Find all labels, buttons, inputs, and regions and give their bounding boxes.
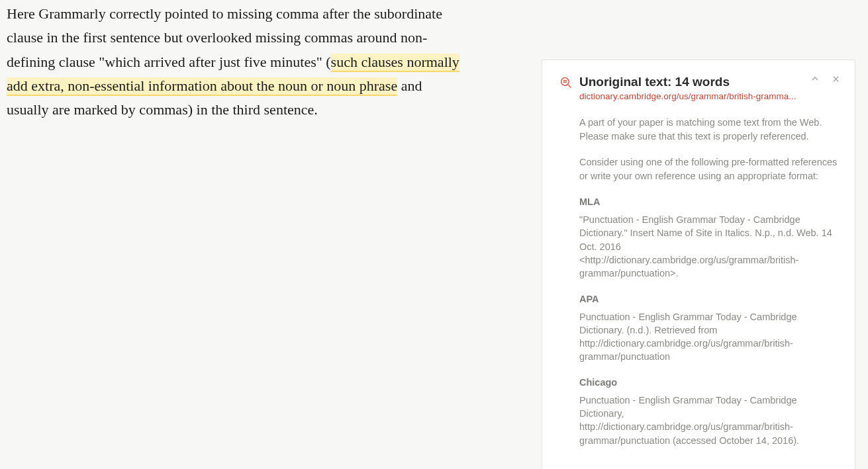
mla-label: MLA (579, 195, 838, 209)
close-button[interactable] (831, 73, 840, 85)
plagiarism-card: Unoriginal text: 14 words dictionary.cam… (542, 60, 855, 469)
mla-reference: "Punctuation - English Grammar Today - C… (579, 213, 838, 280)
close-icon (832, 75, 839, 82)
chicago-reference: Punctuation - English Grammar Today - Ca… (579, 394, 838, 447)
svg-point-0 (561, 78, 569, 86)
card-header: Unoriginal text: 14 words dictionary.cam… (559, 75, 838, 101)
magnifier-icon (559, 76, 573, 89)
chevron-up-icon (811, 75, 818, 81)
chicago-label: Chicago (579, 376, 838, 390)
intro-paragraph-2: Consider using one of the following pre-… (579, 155, 838, 183)
card-source-link[interactable]: dictionary.cambridge.org/us/grammar/brit… (579, 91, 838, 101)
main-text-block: Here Grammarly correctly pointed to miss… (7, 2, 463, 122)
svg-line-1 (568, 85, 571, 88)
card-title: Unoriginal text: 14 words (579, 75, 838, 89)
card-controls (810, 73, 840, 85)
apa-reference: Punctuation - English Grammar Today - Ca… (579, 310, 838, 364)
card-body: A part of your paper is matching some te… (579, 116, 838, 447)
intro-paragraph-1: A part of your paper is matching some te… (579, 116, 838, 144)
apa-label: APA (579, 292, 838, 306)
card-title-block: Unoriginal text: 14 words dictionary.cam… (579, 75, 838, 101)
collapse-button[interactable] (810, 73, 819, 85)
